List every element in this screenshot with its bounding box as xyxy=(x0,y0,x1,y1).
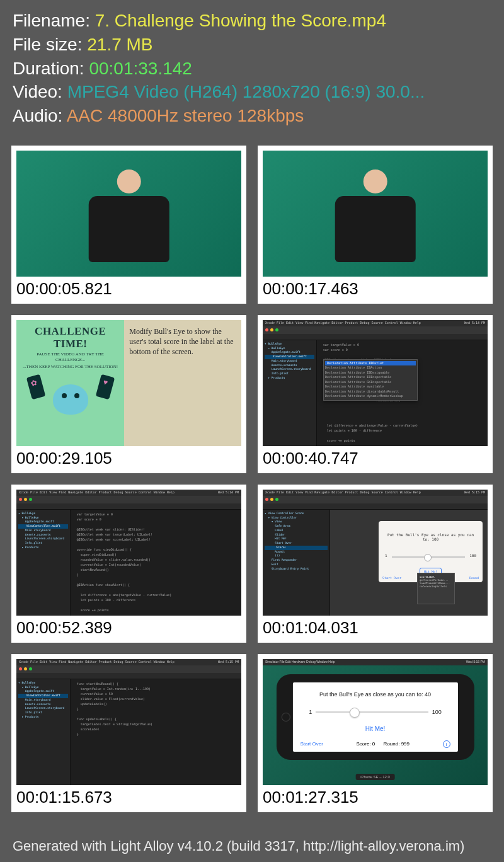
sim-score: Score: 0 xyxy=(356,741,375,747)
thumbnail-image: Xcode File Edit View Find Navigate Edito… xyxy=(263,320,488,446)
ib-startover: Start Over xyxy=(382,576,401,580)
dropdown-items: Declaration Attribute IBAction Declarati… xyxy=(325,365,416,399)
sim-prompt: Put the Bull's Eye as close as you can t… xyxy=(319,691,431,698)
filename-label: Filename: xyxy=(13,11,95,30)
video-line: Video: MPEG4 Video (H264) 1280x720 (16:9… xyxy=(13,80,491,104)
duration-value: 00:01:33.142 xyxy=(89,59,192,78)
thumbnail[interactable]: Xcode File Edit View Find Navigate Edito… xyxy=(11,654,246,812)
thumbnail-timestamp: 00:00:17.463 xyxy=(263,277,488,299)
ib-connections-popup: scoreLabel getScoresForGame... loadItems… xyxy=(417,573,455,604)
simulator-menubar: Simulator File Edit Hardware Debug Windo… xyxy=(265,660,335,665)
ib-slider-max: 100 xyxy=(469,553,476,558)
sim-slider xyxy=(316,711,428,713)
video-value: MPEG4 Video (H264) 1280x720 (16:9) 30.0.… xyxy=(67,82,425,101)
xcode-editor: var targetValue = 0 var score = 0 @IBOut… xyxy=(71,510,241,616)
thumbnail-image: Xcode File Edit View Find Navigate Edito… xyxy=(263,490,488,616)
iphone-screen: Put the Bull's Eye as close as you can t… xyxy=(292,682,457,751)
sim-hit-button: Hit Me! xyxy=(365,725,386,732)
thumbnail[interactable]: Xcode File Edit View Find Navigate Edito… xyxy=(11,485,246,643)
thumbnail-image: CHALLENGE TIME! PAUSE THE VIDEO AND TRY … xyxy=(16,320,241,446)
thumbnail[interactable]: Simulator File Edit Hardware Debug Windo… xyxy=(258,654,493,812)
clock: Wed 5:15 PM xyxy=(464,490,485,495)
thumbnail-image: Xcode File Edit View Find Navigate Edito… xyxy=(16,659,241,785)
sim-slider-min: 1 xyxy=(309,709,312,715)
dropdown-selected: Declaration Attribute IBOutlet xyxy=(325,361,416,366)
sim-slider-max: 100 xyxy=(432,709,442,715)
thumbnail-timestamp: 00:01:27.315 xyxy=(263,785,488,807)
sim-round: Round: 999 xyxy=(384,741,410,747)
xcode-menubar: Xcode File Edit View Find Navigate Edito… xyxy=(265,490,421,495)
audio-line: Audio: AAC 48000Hz stereo 128kbps xyxy=(13,104,491,128)
audio-label: Audio: xyxy=(13,106,67,125)
clock: Wed 5:14 PM xyxy=(464,321,485,326)
filesize-line: File size: 21.7 MB xyxy=(13,33,491,57)
autocomplete-dropdown: Declaration Attribute IBOutlet Declarati… xyxy=(323,359,418,401)
thumbnail-timestamp: 00:00:29.105 xyxy=(16,446,241,468)
interface-builder-canvas: Put the Bull's Eye as close as you can t… xyxy=(330,510,488,616)
clock: Wed 5:14 PM xyxy=(218,490,239,495)
iphone-frame: Put the Bull's Eye as close as you can t… xyxy=(276,674,474,760)
thumbnail-timestamp: 00:01:15.673 xyxy=(16,785,241,807)
xcode-menubar: Xcode File Edit View Find Navigate Edito… xyxy=(19,490,175,495)
thumbnail-image: Xcode File Edit View Find Navigate Edito… xyxy=(16,490,241,616)
thumbnail-image xyxy=(263,151,488,277)
thumbnail-timestamp: 00:00:40.747 xyxy=(263,446,488,468)
duration-label: Duration: xyxy=(13,59,89,78)
filename-value: 7. Challenge Showing the Score.mp4 xyxy=(95,11,386,30)
clock: Wed 5:15 PM xyxy=(218,660,239,665)
xcode-menubar: Xcode File Edit View Find Navigate Edito… xyxy=(265,321,421,326)
filename-line: Filename: 7. Challenge Showing the Score… xyxy=(13,9,491,33)
thumbnail[interactable]: Xcode File Edit View Find Navigate Edito… xyxy=(258,315,493,473)
home-button-icon xyxy=(281,713,290,721)
ib-round: Round xyxy=(469,576,479,580)
ib-slider xyxy=(392,556,465,558)
xcode-navigator: ▾ BullsEye ▾ BullsEye AppDelegate.swift … xyxy=(16,679,71,785)
challenge-title: CHALLENGE TIME! xyxy=(21,325,119,350)
file-info-block: Filename: 7. Challenge Showing the Score… xyxy=(0,0,504,134)
xcode-editor: func startNewRound() { targetValue = Int… xyxy=(71,679,241,785)
challenge-sub1: PAUSE THE VIDEO AND TRY THE CHALLENGE... xyxy=(21,352,119,363)
info-icon: i xyxy=(443,740,450,748)
generator-footer: Generated with Light Alloy v4.10.2 (buil… xyxy=(13,838,464,854)
thumbnail-image: Simulator File Edit Hardware Debug Windo… xyxy=(263,659,488,785)
thumbnail-grid: 00:00:05.821 00:00:17.463 CHALLENGE TIME… xyxy=(0,134,504,812)
thumbnail[interactable]: CHALLENGE TIME! PAUSE THE VIDEO AND TRY … xyxy=(11,315,246,473)
thumbnail-image xyxy=(16,151,241,277)
xcode-menubar: Xcode File Edit View Find Navigate Edito… xyxy=(19,660,175,665)
mascot-icon xyxy=(33,372,108,441)
thumbnail[interactable]: 00:00:17.463 xyxy=(258,146,493,304)
xcode-navigator: ▾ BullsEye ▾ BullsEye AppDelegate.swift … xyxy=(16,510,71,616)
challenge-description: Modify Bull's Eye to show the user's tot… xyxy=(124,320,241,446)
sim-device-label: iPhone SE – 12.0 xyxy=(355,774,395,780)
challenge-sub2: ...THEN KEEP WATCHING FOR THE SOLUTION! xyxy=(21,364,119,370)
clock: Wed 5:15 PM xyxy=(466,660,485,665)
duration-line: Duration: 00:01:33.142 xyxy=(13,57,491,81)
thumbnail[interactable]: 00:00:05.821 xyxy=(11,146,246,304)
thumbnail-timestamp: 00:00:05.821 xyxy=(16,277,241,299)
filesize-value: 21.7 MB xyxy=(87,35,152,54)
xcode-navigator: ▾ BullsEye ▾ BullsEye AppDelegate.swift … xyxy=(263,340,317,446)
thumbnail[interactable]: Xcode File Edit View Find Navigate Edito… xyxy=(258,485,493,643)
audio-value: AAC 48000Hz stereo 128kbps xyxy=(67,106,304,125)
xcode-outline: ▾ View Controller Scene ▾ View Controlle… xyxy=(263,510,330,616)
ib-prompt-label: Put the Bull's Eye as close as you can t… xyxy=(385,532,476,541)
filesize-label: File size: xyxy=(13,35,87,54)
thumbnail-timestamp: 00:00:52.389 xyxy=(16,616,241,638)
sim-startover: Start Over xyxy=(300,741,323,747)
ib-slider-min: 1 xyxy=(385,553,387,558)
video-label: Video: xyxy=(13,82,67,101)
thumbnail-timestamp: 00:01:04.031 xyxy=(263,616,488,638)
